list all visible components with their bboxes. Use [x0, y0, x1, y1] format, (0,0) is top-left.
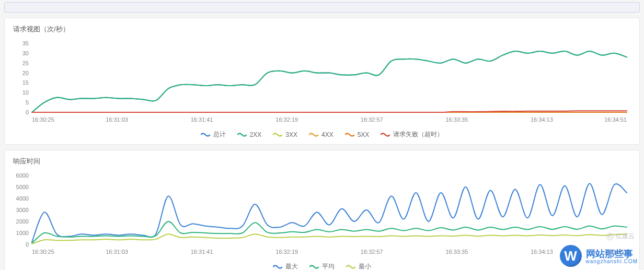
requests-title: 请求视图（次/秒）: [13, 25, 634, 34]
requests-chart: 0510152025303516:30:2516:31:0316:31:4116…: [10, 37, 634, 126]
legend-swatch: [273, 132, 282, 137]
legend-item[interactable]: 4XX: [309, 130, 334, 139]
svg-text:10: 10: [22, 89, 29, 96]
legend-item[interactable]: 请求失败（超时）: [381, 130, 443, 139]
collapsed-panel-bar[interactable]: [4, 2, 640, 13]
legend-swatch: [346, 264, 355, 269]
svg-text:16:31:41: 16:31:41: [191, 249, 213, 255]
response-title: 响应时间: [13, 157, 634, 166]
legend-swatch: [345, 132, 354, 137]
svg-text:16:30:25: 16:30:25: [32, 116, 54, 123]
svg-text:25: 25: [22, 60, 29, 66]
svg-text:16:33:35: 16:33:35: [445, 249, 468, 255]
legend-item[interactable]: 5XX: [345, 130, 370, 139]
yisu-watermark: 亿 亿速云: [606, 232, 635, 241]
svg-text:16:32:19: 16:32:19: [275, 116, 298, 123]
response-legend: 最大平均最小: [10, 258, 634, 270]
legend-label: 平均: [322, 262, 335, 270]
legend-label: 2XX: [250, 131, 262, 138]
svg-text:6000: 6000: [16, 172, 29, 179]
legend-label: 3XX: [285, 131, 297, 138]
svg-text:16:32:57: 16:32:57: [361, 116, 383, 123]
legend-label: 4XX: [321, 131, 334, 138]
svg-text:5: 5: [26, 99, 29, 105]
series-最大: [32, 183, 627, 242]
watermark-line2: wangzhanshi.COM: [586, 259, 638, 264]
svg-text:16:33:35: 16:33:35: [445, 116, 468, 123]
svg-text:20: 20: [22, 70, 29, 76]
svg-text:4000: 4000: [16, 195, 29, 202]
legend-item[interactable]: 最小: [346, 262, 371, 270]
legend-item[interactable]: 2XX: [237, 130, 262, 139]
svg-text:1000: 1000: [16, 230, 29, 236]
svg-text:0: 0: [26, 241, 29, 248]
legend-swatch: [273, 264, 282, 269]
legend-swatch: [309, 132, 318, 137]
legend-label: 总计: [213, 130, 226, 139]
legend-item[interactable]: 平均: [309, 262, 335, 270]
response-panel: 响应时间 010002000300040005000600016:30:2516…: [4, 150, 640, 270]
requests-legend: 总计2XX3XX4XX5XX请求失败（超时）: [10, 126, 634, 140]
svg-text:16:34:13: 16:34:13: [531, 249, 553, 255]
yisu-icon: 亿: [606, 233, 614, 240]
svg-text:15: 15: [22, 79, 29, 86]
legend-item[interactable]: 总计: [201, 130, 226, 139]
svg-text:0: 0: [26, 109, 29, 115]
svg-text:30: 30: [22, 50, 29, 56]
legend-swatch: [309, 264, 319, 269]
svg-text:16:30:25: 16:30:25: [32, 249, 54, 255]
svg-text:16:31:41: 16:31:41: [191, 116, 213, 123]
svg-text:16:31:03: 16:31:03: [106, 249, 128, 255]
svg-text:5000: 5000: [16, 184, 29, 190]
legend-swatch: [201, 132, 210, 137]
response-chart: 010002000300040005000600016:30:2516:31:0…: [10, 169, 634, 258]
requests-panel: 请求视图（次/秒） 0510152025303516:30:2516:31:03…: [4, 18, 640, 145]
svg-text:16:34:13: 16:34:13: [531, 116, 553, 123]
legend-item[interactable]: 最大: [273, 262, 298, 270]
svg-text:3000: 3000: [16, 207, 29, 213]
legend-label: 最大: [285, 262, 298, 270]
legend-swatch: [381, 132, 390, 137]
svg-text:2000: 2000: [16, 218, 29, 225]
svg-text:16:34:51: 16:34:51: [604, 116, 627, 123]
svg-text:16:32:57: 16:32:57: [361, 249, 383, 255]
svg-text:16:32:19: 16:32:19: [275, 249, 298, 255]
site-watermark: W 网站那些事 wangzhanshi.COM: [560, 245, 638, 267]
yisu-text: 亿速云: [616, 232, 635, 241]
legend-label: 最小: [359, 262, 371, 270]
series-2XX: [32, 51, 627, 112]
legend-label: 请求失败（超时）: [393, 130, 443, 139]
legend-label: 5XX: [358, 131, 370, 138]
watermark-badge: W: [560, 245, 582, 267]
legend-item[interactable]: 3XX: [273, 130, 297, 139]
watermark-line1: 网站那些事: [586, 249, 633, 259]
legend-swatch: [237, 132, 247, 137]
series-总计: [32, 51, 627, 112]
svg-text:35: 35: [22, 40, 29, 46]
svg-text:16:31:03: 16:31:03: [106, 116, 128, 123]
